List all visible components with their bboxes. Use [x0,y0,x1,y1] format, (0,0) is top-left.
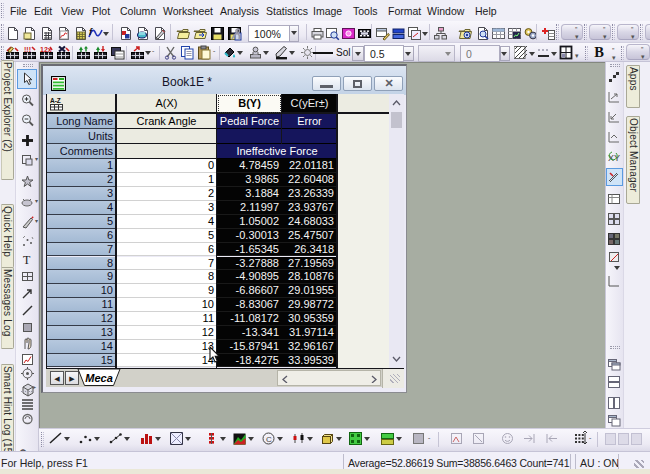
svg-text:f: f [89,27,93,37]
svg-text:A-Z: A-Z [50,97,61,104]
svg-text:Meca: Meca [85,372,113,384]
svg-text:C: C [266,435,272,444]
svg-text:!!!: !!! [24,46,31,53]
svg-text:T: T [23,253,31,267]
